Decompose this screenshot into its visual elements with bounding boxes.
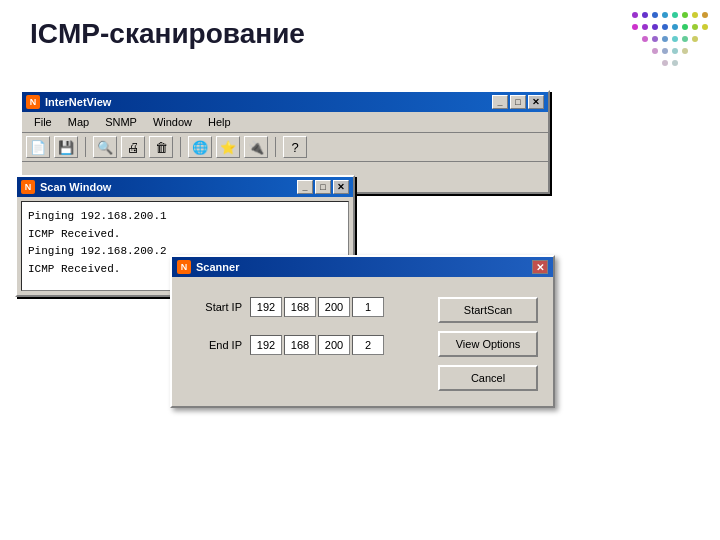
end-ip-field-1[interactable] [250, 335, 282, 355]
scan-window-minimize-button[interactable]: _ [297, 180, 313, 194]
svg-point-12 [662, 24, 668, 30]
svg-point-16 [702, 24, 708, 30]
svg-point-14 [682, 24, 688, 30]
svg-point-26 [682, 48, 688, 54]
svg-point-23 [652, 48, 658, 54]
scan-window-icon: N [21, 180, 35, 194]
svg-point-28 [672, 60, 678, 66]
internetview-titlebar: N InterNetView _ □ ✕ [22, 92, 548, 112]
cancel-button[interactable]: Cancel [438, 365, 538, 391]
start-ip-label: Start IP [187, 301, 242, 313]
svg-point-7 [692, 12, 698, 18]
svg-point-2 [642, 12, 648, 18]
start-scan-button[interactable]: StartScan [438, 297, 538, 323]
internetview-close-button[interactable]: ✕ [528, 95, 544, 109]
log-line-2: ICMP Received. [28, 226, 342, 244]
svg-point-13 [672, 24, 678, 30]
svg-point-5 [672, 12, 678, 18]
svg-point-8 [702, 12, 708, 18]
svg-point-22 [692, 36, 698, 42]
end-ip-field-4[interactable] [352, 335, 384, 355]
scanner-dialog: N Scanner ✕ Start IP End IP [170, 255, 555, 408]
tool-star-button[interactable]: ⭐ [216, 136, 240, 158]
svg-point-9 [632, 24, 638, 30]
toolbar-separator-1 [85, 137, 86, 157]
scanner-icon: N [177, 260, 191, 274]
scanner-form: Start IP End IP [187, 297, 423, 391]
menu-snmp[interactable]: SNMP [97, 114, 145, 130]
menu-file[interactable]: File [26, 114, 60, 130]
toolbar: 📄 💾 🔍 🖨 🗑 🌐 ⭐ 🔌 ? [22, 133, 548, 162]
tool-globe-button[interactable]: 🌐 [188, 136, 212, 158]
start-ip-field-4[interactable] [352, 297, 384, 317]
svg-point-18 [652, 36, 658, 42]
svg-point-11 [652, 24, 658, 30]
svg-point-10 [642, 24, 648, 30]
svg-point-21 [682, 36, 688, 42]
menu-map[interactable]: Map [60, 114, 97, 130]
scanner-title: Scanner [196, 261, 532, 273]
menu-bar: File Map SNMP Window Help [22, 112, 548, 133]
scanner-titlebar: N Scanner ✕ [172, 257, 553, 277]
start-ip-field-1[interactable] [250, 297, 282, 317]
scanner-close-button[interactable]: ✕ [532, 260, 548, 274]
end-ip-row: End IP [187, 335, 423, 355]
log-line-1: Pinging 192.168.200.1 [28, 208, 342, 226]
start-ip-row: Start IP [187, 297, 423, 317]
svg-point-6 [682, 12, 688, 18]
start-ip-field-2[interactable] [284, 297, 316, 317]
tool-delete-button[interactable]: 🗑 [149, 136, 173, 158]
svg-point-15 [692, 24, 698, 30]
svg-point-3 [652, 12, 658, 18]
menu-window[interactable]: Window [145, 114, 200, 130]
start-ip-field-3[interactable] [318, 297, 350, 317]
svg-point-4 [662, 12, 668, 18]
end-ip-label: End IP [187, 339, 242, 351]
scan-window-titlebar: N Scan Window _ □ ✕ [17, 177, 353, 197]
toolbar-separator-2 [180, 137, 181, 157]
dot-grid-decoration [625, 5, 715, 75]
tool-save-button[interactable]: 💾 [54, 136, 78, 158]
svg-point-20 [672, 36, 678, 42]
internetview-maximize-button[interactable]: □ [510, 95, 526, 109]
page-title: ICMP-сканирование [30, 18, 305, 50]
toolbar-separator-3 [275, 137, 276, 157]
svg-point-25 [672, 48, 678, 54]
tool-search-button[interactable]: 🔍 [93, 136, 117, 158]
internetview-icon: N [26, 95, 40, 109]
scan-window-close-button[interactable]: ✕ [333, 180, 349, 194]
start-ip-fields [250, 297, 384, 317]
tool-new-button[interactable]: 📄 [26, 136, 50, 158]
scanner-body: Start IP End IP S [172, 277, 553, 406]
internetview-window-controls: _ □ ✕ [492, 95, 544, 109]
end-ip-field-2[interactable] [284, 335, 316, 355]
internetview-minimize-button[interactable]: _ [492, 95, 508, 109]
internetview-title: InterNetView [45, 96, 492, 108]
end-ip-field-3[interactable] [318, 335, 350, 355]
scanner-buttons: StartScan View Options Cancel [438, 297, 538, 391]
scan-window-title: Scan Window [40, 181, 297, 193]
menu-help[interactable]: Help [200, 114, 239, 130]
view-options-button[interactable]: View Options [438, 331, 538, 357]
tool-print-button[interactable]: 🖨 [121, 136, 145, 158]
svg-point-1 [632, 12, 638, 18]
end-ip-fields [250, 335, 384, 355]
scan-window-maximize-button[interactable]: □ [315, 180, 331, 194]
scan-window-controls: _ □ ✕ [297, 180, 349, 194]
tool-network-button[interactable]: 🔌 [244, 136, 268, 158]
svg-point-24 [662, 48, 668, 54]
tool-help-button[interactable]: ? [283, 136, 307, 158]
svg-point-27 [662, 60, 668, 66]
svg-point-19 [662, 36, 668, 42]
svg-point-17 [642, 36, 648, 42]
